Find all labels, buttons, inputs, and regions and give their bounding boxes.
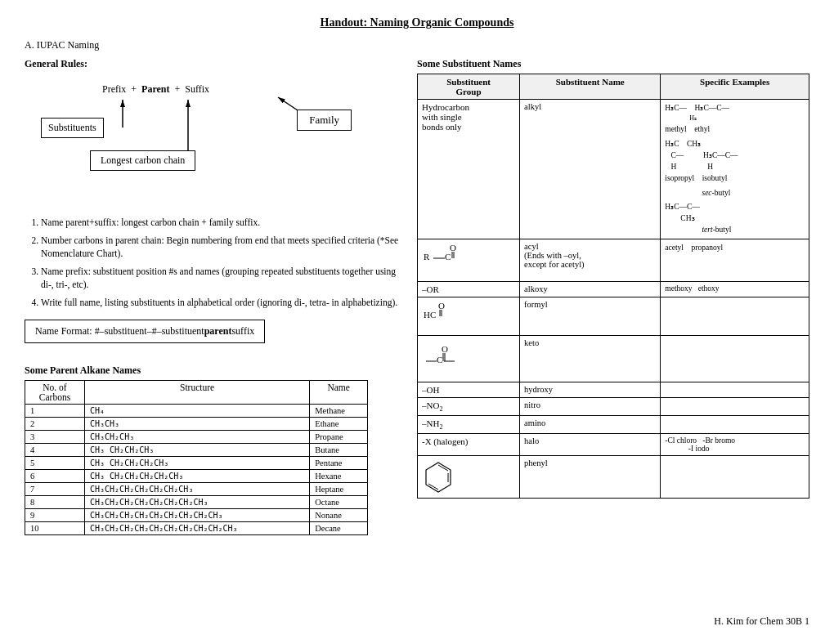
alkane-table-row: 3CH₃CH₂CH₃Propane	[25, 430, 368, 443]
sub-examples-cell: acetyl propanoyl	[661, 239, 809, 281]
svg-text:O: O	[450, 243, 456, 253]
substituents-box: Substituents	[41, 118, 104, 138]
alkane-col-carbons: No. ofCarbons	[25, 380, 85, 404]
alkane-table-row: 5CH₃ CH₂CH₂CH₂CH₃Pentane	[25, 456, 368, 469]
section-a-label: A. IUPAC Naming	[25, 39, 809, 51]
alkane-cell: Nonane	[310, 508, 368, 521]
rule-2: Number carbons in parent chain: Begin nu…	[41, 234, 401, 260]
alkane-col-name: Name	[310, 380, 368, 404]
sub-col-group: SubstituentGroup	[418, 74, 520, 100]
alkane-table-row: 8CH₃CH₂CH₂CH₂CH₂CH₂CH₂CH₃Octane	[25, 495, 368, 508]
sub-name-cell: amino	[520, 415, 661, 433]
substituent-table-row: –OHhydroxy	[418, 382, 809, 397]
sub-examples-cell	[661, 382, 809, 397]
alkane-cell: CH₃CH₂CH₃	[84, 430, 309, 443]
alkane-cell: CH₃CH₂CH₂CH₂CH₂CH₂CH₂CH₂CH₂CH₃	[84, 521, 309, 534]
sub-name-cell: hydroxy	[520, 382, 661, 397]
alkane-cell: CH₃CH₂CH₂CH₂CH₂CH₂CH₂CH₂CH₃	[84, 508, 309, 521]
svg-text:C: C	[437, 355, 442, 364]
sub-name-cell: keto	[520, 335, 661, 382]
alkane-cell: Heptane	[310, 482, 368, 495]
alkane-table-row: 10CH₃CH₂CH₂CH₂CH₂CH₂CH₂CH₂CH₂CH₃Decane	[25, 521, 368, 534]
substituent-table-row: –NH2amino	[418, 415, 809, 433]
alkane-cell: Butane	[310, 443, 368, 456]
alkane-table-row: 9CH₃CH₂CH₂CH₂CH₂CH₂CH₂CH₂CH₃Nonane	[25, 508, 368, 521]
svg-text:C: C	[445, 252, 451, 262]
alkane-cell: 4	[25, 443, 85, 456]
alkane-cell: Propane	[310, 430, 368, 443]
substituent-table: SubstituentGroup Substituent Name Specif…	[417, 74, 809, 499]
sub-group-cell: –OH	[418, 382, 520, 397]
alkane-cell: 2	[25, 417, 85, 430]
alkane-table-row: 4CH₃ CH₂CH₂CH₃Butane	[25, 443, 368, 456]
sub-col-name: Substituent Name	[520, 74, 661, 100]
substituent-table-row: –ORalkoxymethoxy ethoxy	[418, 281, 809, 297]
alkane-col-structure: Structure	[84, 380, 309, 404]
alkane-cell: CH₃ CH₂CH₂CH₂CH₃	[84, 456, 309, 469]
alkane-cell: 10	[25, 521, 85, 534]
alkane-cell: Ethane	[310, 417, 368, 430]
sub-group-cell: -X (halogen)	[418, 433, 520, 455]
svg-text:R: R	[424, 252, 430, 262]
alkane-cell: Hexane	[310, 469, 368, 482]
rules-list: Name parent+suffix: longest carbon chain…	[41, 216, 401, 310]
alkane-cell: 5	[25, 456, 85, 469]
alkane-cell: 7	[25, 482, 85, 495]
diagram-area: Prefix + Parent + Suffix	[25, 77, 401, 208]
alkane-table: No. ofCarbons Structure Name 1CH₄Methane…	[25, 380, 368, 535]
alkane-cell: Octane	[310, 495, 368, 508]
alkane-cell: 1	[25, 404, 85, 417]
rule-4: Write full name, listing substituents in…	[41, 296, 401, 309]
substituent-table-row: R C O acyl (Ends with –oyl, except for a…	[418, 239, 809, 281]
sub-name-cell: phenyl	[520, 455, 661, 498]
sub-examples-cell: -Cl chloro -Br bromo -I iodo	[661, 433, 809, 455]
alkane-cell: Decane	[310, 521, 368, 534]
sub-group-cell: HC O	[418, 297, 520, 335]
alkane-table-row: 7CH₃CH₂CH₂CH₂CH₂CH₂CH₃Heptane	[25, 482, 368, 495]
rule-1: Name parent+suffix: longest carbon chain…	[41, 216, 401, 229]
alkane-cell: 3	[25, 430, 85, 443]
sub-examples-cell	[661, 397, 809, 415]
sub-group-cell: –NO2	[418, 397, 520, 415]
sub-examples-cell	[661, 415, 809, 433]
svg-marker-21	[426, 463, 451, 492]
alkane-cell: Pentane	[310, 456, 368, 469]
sub-examples-cell	[661, 297, 809, 335]
left-column: General Rules: Prefix + Parent + Suffix	[25, 58, 401, 535]
rule-3: Name prefix: substituent position #s and…	[41, 265, 401, 291]
footer: H. Kim for Chem 30B 1	[714, 615, 809, 628]
substituent-table-row: -X (halogen)halo-Cl chloro -Br bromo -I …	[418, 433, 809, 455]
sub-col-examples: Specific Examples	[661, 74, 809, 100]
sub-group-cell: Hydrocarbonwith singlebonds only	[418, 100, 520, 239]
sub-name-cell: alkyl	[520, 100, 661, 239]
alkane-table-row: 2CH₃CH₃Ethane	[25, 417, 368, 430]
sub-group-cell: –OR	[418, 281, 520, 297]
alkane-cell: CH₃ CH₂CH₂CH₂CH₂CH₃	[84, 469, 309, 482]
alkane-table-title: Some Parent Alkane Names	[25, 364, 401, 377]
sub-examples-cell: H₃C— H₃C—C— H₂ methyl ethyl H₃C CH₃ C— H…	[661, 100, 809, 239]
sub-name-cell: formyl	[520, 297, 661, 335]
sub-group-cell: C O	[418, 335, 520, 382]
diagram-arrows	[25, 77, 401, 208]
sub-group-cell	[418, 455, 520, 498]
alkane-cell: CH₃CH₂CH₂CH₂CH₂CH₂CH₂CH₃	[84, 495, 309, 508]
svg-text:O: O	[438, 301, 445, 311]
right-column: Some Substituent Names SubstituentGroup …	[417, 58, 809, 535]
sub-name-cell: halo	[520, 433, 661, 455]
sub-name-cell: acyl (Ends with –oyl, except for acetyl)	[520, 239, 661, 281]
alkane-cell: 9	[25, 508, 85, 521]
substituent-table-row: –NO2nitro	[418, 397, 809, 415]
sub-examples-cell	[661, 455, 809, 498]
alkane-cell: 6	[25, 469, 85, 482]
substituent-table-row: Hydrocarbonwith singlebonds onlyalkyl H₃…	[418, 100, 809, 239]
alkane-cell: CH₃CH₃	[84, 417, 309, 430]
page-title: Handout: Naming Organic Compounds	[25, 16, 809, 29]
sub-name-cell: nitro	[520, 397, 661, 415]
longest-chain-box: Longest carbon chain	[90, 150, 195, 171]
family-box: Family	[297, 110, 352, 131]
alkane-cell: CH₃ CH₂CH₂CH₃	[84, 443, 309, 456]
alkane-table-row: 6CH₃ CH₂CH₂CH₂CH₂CH₃Hexane	[25, 469, 368, 482]
prefix-parent-suffix: Prefix + Parent + Suffix	[102, 83, 209, 96]
name-format-box: Name Format: #–substituent–#–substituent…	[25, 320, 265, 343]
substituent-table-title: Some Substituent Names	[417, 58, 809, 70]
